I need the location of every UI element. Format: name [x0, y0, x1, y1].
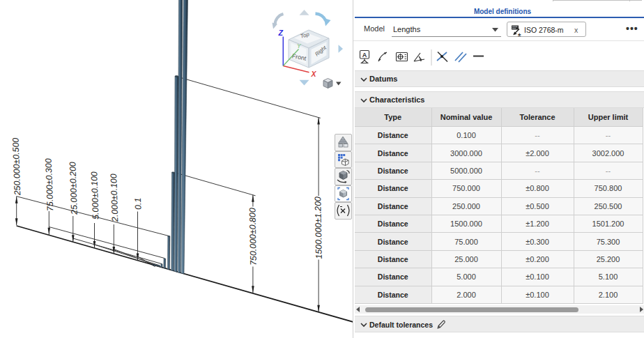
svg-text:X: X [311, 70, 317, 78]
svg-text:5.000±0.100: 5.000±0.100 [89, 171, 100, 220]
svg-text:2.000±0.100: 2.000±0.100 [109, 174, 120, 222]
svg-text:250.000±0.500: 250.000±0.500 [10, 137, 22, 196]
svg-text:±: ± [518, 31, 521, 38]
svg-text:25.000±0.200: 25.000±0.200 [68, 162, 79, 215]
svg-text:A: A [362, 52, 367, 59]
svg-text:750.000±0.800: 750.000±0.800 [247, 208, 258, 266]
svg-text:0.1: 0.1 [133, 198, 144, 210]
svg-text:1500.000±1.200: 1500.000±1.200 [313, 197, 324, 259]
svg-text:Z: Z [278, 29, 284, 37]
svg-text:75.000±0.300: 75.000±0.300 [44, 158, 56, 211]
